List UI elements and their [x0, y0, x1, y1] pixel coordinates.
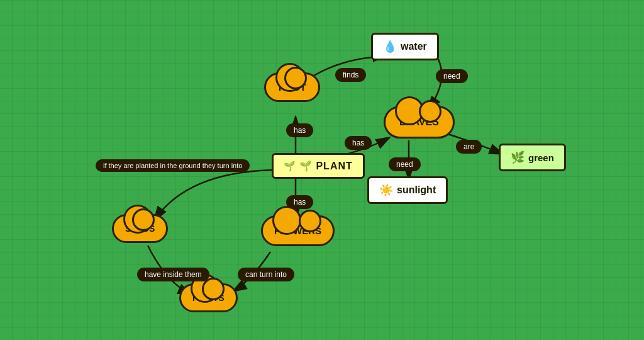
planted-label: if they are planted in the ground they t…: [96, 159, 250, 172]
can-turn-into-label: can turn into: [238, 268, 294, 281]
sunlight-node: ☀️ sunlight: [367, 176, 448, 204]
flowers-node: FLOWERS: [261, 215, 335, 246]
root-node: ROOT: [264, 72, 320, 102]
flowers-label: FLOWERS: [274, 225, 321, 236]
finds-label: finds: [335, 68, 366, 82]
green-icon: 🌿: [511, 150, 525, 164]
plant-to-seeds-arrow: [154, 170, 280, 220]
has-leaves-label: has: [345, 136, 372, 150]
sunlight-label: sunlight: [397, 184, 436, 196]
plant-node: 🌱 🌱 PLANT: [272, 153, 365, 179]
water-node: 💧 water: [371, 33, 439, 60]
leaves-label: LEAVES: [399, 116, 439, 127]
water-icon: 💧: [383, 40, 397, 54]
plant-icon: 🌱: [284, 161, 296, 172]
water-label: water: [401, 41, 427, 52]
are-green-label: are: [456, 140, 482, 154]
green-node: 🌿 green: [499, 144, 566, 171]
root-label: ROOT: [279, 82, 306, 93]
have-inside-label: have inside them: [137, 268, 209, 281]
plant-label: 🌱 PLANT: [299, 160, 353, 172]
fruits-label: FRUITS: [192, 293, 225, 303]
sunlight-icon: ☀️: [379, 183, 393, 197]
has-flowers-label: has: [286, 195, 313, 209]
seeds-label: SEEDS: [125, 224, 155, 234]
fruits-node: FRUITS: [179, 283, 238, 312]
green-label: green: [528, 152, 554, 163]
seeds-node: SEEDS: [112, 214, 168, 243]
has-root-label: has: [286, 123, 313, 137]
need-water-label: need: [436, 69, 468, 83]
leaves-node: LEAVES: [384, 106, 455, 139]
need-sunlight-label: need: [389, 157, 421, 171]
